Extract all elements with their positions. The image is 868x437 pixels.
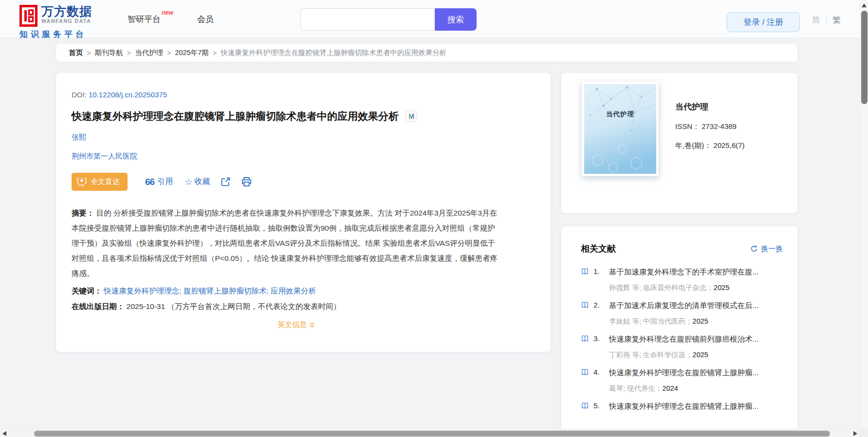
- vertical-scrollbar[interactable]: [860, 0, 868, 437]
- related-literature-card: 相关文献 换一换 1. 基于加速康复外科理念下的手术室护理在腹... 孙霞辉: [561, 226, 797, 437]
- metric-badge-icon[interactable]: M: [406, 110, 417, 122]
- related-item-meta: 李妹姑 等; 中国当代医药；2025: [609, 317, 783, 326]
- lang-traditional[interactable]: 繁: [827, 16, 841, 25]
- book-icon: [581, 268, 591, 292]
- nav-item-zhiyan[interactable]: 智研平台 new: [128, 14, 161, 25]
- search-bar: 搜索: [300, 8, 477, 31]
- keywords-line: 关键词： 快速康复外科护理理念; 腹腔镜肾上腺肿瘤切除术; 应用效果分析: [72, 286, 521, 296]
- free-download-icon: free: [76, 177, 87, 187]
- journal-cover[interactable]: 当代护理: [582, 82, 659, 176]
- wanfang-logo-icon: [19, 5, 37, 27]
- favorite-button[interactable]: ☆ 收藏: [185, 177, 210, 187]
- svg-text:当代护理: 当代护理: [606, 110, 634, 118]
- site-header: 万方数据 WANFANG DATA 知识服务平台 智研平台 new 会员 搜索 …: [0, 0, 868, 38]
- share-icon: [221, 177, 231, 187]
- journal-cover-image: 当代护理: [584, 84, 656, 174]
- related-item-title[interactable]: 快速康复外科理念在腹腔镜前列腺癌根治术...: [609, 334, 783, 345]
- article-title: 快速康复外科护理理念在腹腔镜肾上腺肿瘤切除术患者中的应用效果分析: [72, 109, 399, 123]
- search-input[interactable]: [300, 8, 435, 31]
- wanfang-article-page: 万方数据 WANFANG DATA 知识服务平台 智研平台 new 会员 搜索 …: [0, 0, 868, 437]
- print-icon: [241, 177, 252, 187]
- related-title: 相关文献: [581, 243, 616, 255]
- related-item-number: 3.: [593, 334, 609, 360]
- affiliation-link[interactable]: 荆州市第一人民医院: [72, 152, 137, 161]
- english-info-toggle[interactable]: 英文信息: [72, 320, 521, 329]
- author-link[interactable]: 张熙: [72, 133, 86, 142]
- scrollbar-corner: [860, 429, 868, 437]
- cite-quote-icon: 66: [145, 177, 154, 187]
- related-item-number: 5.: [593, 401, 609, 418]
- search-button[interactable]: 搜索: [435, 8, 477, 31]
- keywords-label: 关键词：: [72, 287, 102, 295]
- brand-tagline: 知识服务平台: [19, 29, 92, 40]
- online-date-line: 在线出版日期： 2025-10-31 （万方平台首次上网日期，不代表论文的发表时…: [72, 302, 521, 312]
- article-actions: free 全文直达 66 引用 ☆ 收藏: [72, 173, 521, 191]
- share-button[interactable]: [221, 177, 231, 187]
- abstract-text: 摘要： 目的 分析接受腹腔镜肾上腺肿瘤切除术的患者在快速康复外科护理理念下康复效…: [72, 205, 502, 281]
- breadcrumb-current: 快速康复外科护理理念在腹腔镜肾上腺肿瘤切除术患者中的应用效果分析: [221, 48, 446, 57]
- journal-name[interactable]: 当代护理: [675, 101, 745, 112]
- related-item-meta: 孙霞辉 等; 临床普外科电子杂志；2025: [609, 283, 783, 292]
- fulltext-button[interactable]: free 全文直达: [72, 173, 128, 191]
- scroll-left-arrow-icon[interactable]: [2, 431, 6, 436]
- related-item-number: 2.: [593, 301, 609, 326]
- journal-volume: 年,卷(期)： 2025,6(7): [675, 141, 745, 150]
- nav-item-member[interactable]: 会员: [197, 14, 214, 25]
- related-item-title[interactable]: 快速康复外科护理理念在腹腔镜肾上腺肿瘤...: [609, 368, 783, 378]
- star-icon: ☆: [185, 177, 192, 187]
- doi-line: DOI: 10.12208/j.cn.20250375: [72, 91, 521, 99]
- list-item: 5. 快速康复外科护理理念在腹腔镜肾上腺肿瘤...: [581, 401, 783, 418]
- book-icon: [581, 335, 591, 360]
- list-item: 4. 快速康复外科护理理念在腹腔镜肾上腺肿瘤... 葛琴; 现代养生；2024: [581, 368, 783, 393]
- related-item-meta: 葛琴; 现代养生；2024: [609, 384, 783, 393]
- list-item: 2. 基于加速术后康复理念的清单管理模式在后... 李妹姑 等; 中国当代医药；…: [581, 301, 783, 326]
- journal-info-card: 当代护理 当代护理 ISSN： 2732-4389 年,卷(期)： 2025,6…: [561, 73, 797, 213]
- breadcrumb: 首页 > 期刊导航 > 当代护理 > 2025年7期 > 快速康复外科护理理念在…: [56, 44, 797, 62]
- new-badge: new: [162, 9, 173, 16]
- login-register-button[interactable]: 登录 / 注册: [727, 12, 800, 32]
- print-button[interactable]: [241, 177, 252, 187]
- related-item-number: 1.: [593, 267, 609, 292]
- scroll-right-arrow-icon[interactable]: [853, 431, 857, 436]
- online-date-label: 在线出版日期：: [72, 302, 125, 310]
- online-date-note: （万方平台首次上网日期，不代表论文的发表时间）: [167, 302, 341, 310]
- related-item-title[interactable]: 基于加速康复外科理念下的手术室护理在腹...: [609, 267, 783, 277]
- article-detail-card: DOI: 10.12208/j.cn.20250375 快速康复外科护理理念在腹…: [56, 73, 551, 352]
- horizontal-scrollbar-thumb[interactable]: [34, 431, 830, 437]
- lang-simplified[interactable]: 简: [812, 16, 827, 25]
- keyword-link[interactable]: 快速康复外科护理理念: [104, 287, 179, 295]
- list-item: 1. 基于加速康复外科理念下的手术室护理在腹... 孙霞辉 等; 临床普外科电子…: [581, 267, 783, 292]
- refresh-related-button[interactable]: 换一换: [750, 244, 783, 254]
- svg-text:free: free: [79, 183, 85, 186]
- keyword-link[interactable]: 腹腔镜肾上腺肿瘤切除术: [184, 287, 267, 295]
- book-icon: [581, 402, 591, 418]
- related-list: 1. 基于加速康复外科理念下的手术室护理在腹... 孙霞辉 等; 临床普外科电子…: [581, 267, 783, 418]
- brand-name-cn: 万方数据: [41, 5, 92, 18]
- chevron-double-down-icon: [309, 322, 315, 328]
- related-item-title[interactable]: 快速康复外科护理理念在腹腔镜肾上腺肿瘤...: [609, 401, 783, 412]
- doi-label: DOI:: [72, 91, 87, 99]
- wanfang-logo[interactable]: 万方数据 WANFANG DATA 知识服务平台: [19, 5, 92, 40]
- related-item-number: 4.: [593, 368, 609, 393]
- breadcrumb-issue[interactable]: 2025年7期: [175, 48, 208, 57]
- list-item: 3. 快速康复外科理念在腹腔镜前列腺癌根治术... 丁彩燕 等; 生命科学仪器；…: [581, 334, 783, 360]
- horizontal-scrollbar[interactable]: [0, 429, 860, 437]
- book-icon: [581, 368, 591, 393]
- journal-issn: ISSN： 2732-4389: [675, 122, 745, 131]
- book-icon: [581, 301, 591, 326]
- breadcrumb-journal-nav[interactable]: 期刊导航: [94, 48, 123, 57]
- related-item-title[interactable]: 基于加速术后康复理念的清单管理模式在后...: [609, 301, 783, 311]
- brand-name-en: WANFANG DATA: [41, 18, 92, 24]
- doi-link[interactable]: 10.12208/j.cn.20250375: [89, 91, 167, 99]
- refresh-icon: [750, 245, 758, 253]
- related-item-meta: 丁彩燕 等; 生命科学仪器；2025: [609, 350, 783, 360]
- vertical-scrollbar-thumb[interactable]: [861, 11, 868, 104]
- cite-button[interactable]: 66 引用: [145, 177, 173, 187]
- abstract-label: 摘要：: [72, 209, 94, 217]
- keyword-link[interactable]: 应用效果分析: [271, 287, 316, 295]
- online-date-value: 2025-10-31: [127, 302, 165, 310]
- breadcrumb-home[interactable]: 首页: [69, 48, 83, 57]
- scroll-up-arrow-icon[interactable]: [862, 3, 867, 7]
- language-switch: 简繁: [812, 15, 841, 26]
- breadcrumb-journal[interactable]: 当代护理: [135, 48, 163, 57]
